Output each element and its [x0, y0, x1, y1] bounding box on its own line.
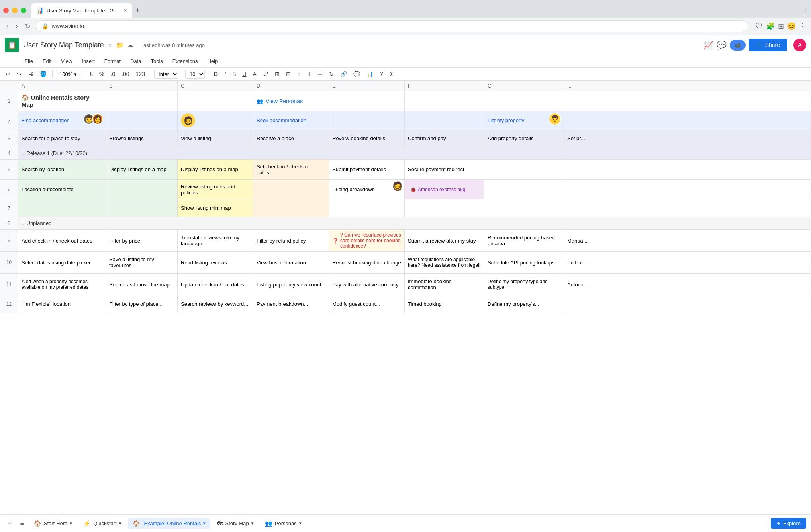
profile-icon[interactable]: 😊	[787, 22, 796, 31]
meet-button[interactable]: 📹	[730, 40, 746, 51]
highlight-button[interactable]: 🖍	[261, 69, 271, 79]
menu-edit[interactable]: Edit	[39, 57, 55, 66]
cell-3rest[interactable]: Set pr...	[564, 130, 811, 147]
currency-button[interactable]: £	[87, 69, 95, 79]
cell-7rest[interactable]	[564, 200, 811, 217]
cell-2g[interactable]: List my property 👨	[484, 111, 564, 130]
bottom-tab-start-here[interactable]: 🏠 Start Here ▾	[29, 518, 77, 529]
redo-button[interactable]: ↪	[14, 69, 24, 79]
cell-10a[interactable]: Select dates using date picker	[18, 252, 106, 273]
cell-1c[interactable]	[178, 91, 253, 111]
url-input[interactable]: 🔒 www.avion.io	[36, 20, 748, 32]
cloud-icon[interactable]: ☁	[127, 41, 133, 49]
col-header-a[interactable]: A	[18, 81, 106, 91]
bottom-tab-story-map[interactable]: 🗺 Story Map ▾	[212, 518, 258, 528]
underline-button[interactable]: U	[240, 69, 249, 79]
cell-6c[interactable]: Review listing rules and policies	[178, 180, 253, 199]
cell-6f[interactable]: 🐞 American express bug	[405, 180, 484, 199]
cell-9d[interactable]: Filter by refund policy	[253, 230, 329, 251]
bottom-tab-quickstart[interactable]: ⚡ Quickstart ▾	[78, 518, 126, 529]
cell-6a[interactable]: Location autocomplete	[18, 180, 106, 199]
cell-6e[interactable]: Pricing breakdown 🧔	[329, 180, 405, 199]
col-header-f[interactable]: F	[405, 81, 484, 91]
chart-inline-button[interactable]: 📊	[364, 69, 376, 79]
cell-9e[interactable]: ❓ ? Can we resurface previous card detai…	[329, 230, 405, 251]
forward-button[interactable]: ›	[14, 21, 19, 31]
cell-2e[interactable]	[329, 111, 405, 130]
cell-7a[interactable]	[18, 200, 106, 217]
menu-tools[interactable]: Tools	[147, 57, 167, 66]
menu-format[interactable]: Format	[100, 57, 125, 66]
cell-10b[interactable]: Save a listing to my favourites	[106, 252, 178, 273]
cell-7e[interactable]	[329, 200, 405, 217]
cell-1a[interactable]: 🏠 Online Rentals Story Map	[18, 91, 106, 111]
cell-9f[interactable]: Submit a review after my stay	[405, 230, 484, 251]
cell-5c[interactable]: Display listings on a map	[178, 160, 253, 179]
link-button[interactable]: 🔗	[338, 69, 349, 79]
cell-1d[interactable]: 👥 View Personas	[253, 91, 329, 111]
cell-12f[interactable]: Timed booking	[405, 295, 484, 313]
cell-7c[interactable]: Show listing mini map	[178, 200, 253, 217]
col-header-g[interactable]: G	[484, 81, 564, 91]
paint-format-button[interactable]: 🪣	[37, 69, 49, 79]
cell-12c[interactable]: Search reviews by keyword...	[178, 295, 253, 313]
cell-5rest[interactable]	[564, 160, 811, 179]
cell-5f[interactable]: Secure payment redirect	[405, 160, 484, 179]
menu-insert[interactable]: Insert	[78, 57, 99, 66]
folder-icon[interactable]: 📁	[116, 41, 124, 49]
cell-4a[interactable]: ↓ Release 1 (Due: 22/10/22)	[18, 147, 811, 159]
cell-3c[interactable]: View a listing	[178, 130, 253, 147]
strikethrough-button[interactable]: S	[230, 69, 238, 79]
cell-11f[interactable]: Immediate booking confirmation	[405, 274, 484, 295]
browser-tab[interactable]: 📊 User Story Map Template - Go... ×	[31, 3, 132, 18]
col-header-d[interactable]: D	[253, 81, 329, 91]
cell-5g[interactable]	[484, 160, 564, 179]
cell-5d[interactable]: Set check-in / check-out dates	[253, 160, 329, 179]
cell-12d[interactable]: Payment breakdown...	[253, 295, 329, 313]
bottom-tab-personas[interactable]: 👥 Personas ▾	[260, 518, 306, 529]
cell-2f[interactable]	[405, 111, 484, 130]
cell-9rest[interactable]: Manua...	[564, 230, 811, 251]
cell-7d[interactable]	[253, 200, 329, 217]
cell-10d[interactable]: View host information	[253, 252, 329, 273]
cell-12e[interactable]: Modify guest count...	[329, 295, 405, 313]
cell-10g[interactable]: Schedule API pricing lookups	[484, 252, 564, 273]
cell-3g[interactable]: Add property details	[484, 130, 564, 147]
cell-6d[interactable]	[253, 180, 329, 199]
percent-button[interactable]: %	[97, 69, 106, 79]
cell-12a[interactable]: "I'm Flexible" location	[18, 295, 106, 313]
undo-button[interactable]: ↩	[3, 69, 13, 79]
minimize-window-button[interactable]	[12, 8, 18, 13]
more-icon[interactable]: ⋮	[799, 22, 806, 31]
cell-6rest[interactable]	[564, 180, 811, 199]
back-button[interactable]: ‹	[5, 21, 10, 31]
rotate-button[interactable]: ↻	[327, 69, 336, 79]
cell-9c[interactable]: Translate reviews into my language	[178, 230, 253, 251]
col-header-c[interactable]: C	[178, 81, 253, 91]
col-header-e[interactable]: E	[329, 81, 405, 91]
cell-6g[interactable]	[484, 180, 564, 199]
cell-1g[interactable]	[484, 91, 564, 111]
zoom-selector[interactable]: 100% ▾	[56, 70, 80, 78]
add-sheet-button[interactable]: +	[5, 518, 16, 529]
cell-7g[interactable]	[484, 200, 564, 217]
cell-2d[interactable]: Book accommodation	[253, 111, 329, 130]
italic-button[interactable]: I	[222, 69, 228, 79]
filter-button[interactable]: ⊻	[377, 69, 386, 79]
cell-9a[interactable]: Add check-in / check-out dates	[18, 230, 106, 251]
share-button[interactable]: 👤 Share	[749, 39, 787, 51]
refresh-button[interactable]: ↻	[24, 21, 32, 32]
user-avatar[interactable]: A	[793, 39, 806, 51]
view-personas-button[interactable]: 👥 View Personas	[257, 98, 303, 104]
cell-9g[interactable]: Recommended pricing based on area	[484, 230, 564, 251]
cell-12rest[interactable]	[564, 295, 811, 313]
align-button[interactable]: ≡	[295, 69, 303, 79]
cell-1rest[interactable]	[564, 91, 811, 111]
cell-12g[interactable]: Define my property's...	[484, 295, 564, 313]
comment-inline-button[interactable]: 💬	[351, 69, 362, 79]
star-icon[interactable]: ☆	[107, 41, 113, 49]
menu-file[interactable]: File	[21, 57, 37, 66]
comment-icon[interactable]: 💬	[717, 40, 727, 50]
cell-6b[interactable]	[106, 180, 178, 199]
maximize-window-button[interactable]	[21, 8, 26, 13]
